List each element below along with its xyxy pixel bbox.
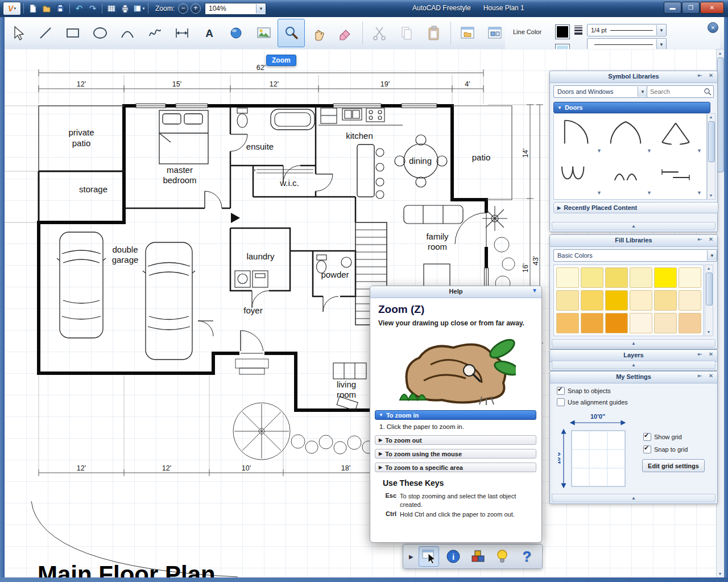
table-button[interactable] [105, 2, 118, 15]
fill-swatch[interactable] [654, 313, 677, 333]
edit-grid-settings-button[interactable]: Edit grid settings [642, 459, 705, 472]
close-panel-icon[interactable]: ✕ [706, 236, 715, 245]
info-button[interactable]: i [444, 547, 464, 566]
door-symbol-bifold-door[interactable]: ▼ [555, 157, 603, 197]
callout-tool[interactable] [223, 19, 250, 47]
options-close-icon[interactable]: ✕ [708, 22, 718, 33]
fill-swatch[interactable] [654, 290, 677, 311]
pan-tool[interactable] [305, 19, 332, 47]
cursor-help-button[interactable] [419, 546, 439, 567]
scroll-down-icon[interactable]: ▼ [708, 192, 714, 199]
scroll-down-icon[interactable]: ▼ [705, 329, 712, 336]
doors-scrollbar[interactable]: ▲ ▼ [707, 113, 715, 200]
fill-swatch[interactable] [630, 267, 652, 288]
app-menu-button[interactable]: V▾ [3, 2, 21, 15]
help-header[interactable]: Help ▼ [370, 286, 541, 298]
search-input[interactable] [647, 88, 704, 96]
collapse-panel-icon[interactable]: ⇤ [696, 373, 705, 381]
chevron-down-icon[interactable]: ▼ [638, 86, 647, 97]
zoom-level-combo[interactable]: 104% ▼ [205, 3, 266, 15]
chevron-down-icon[interactable]: ▼ [530, 287, 539, 296]
show-grid-checkbox[interactable]: Show grid [643, 433, 682, 441]
fill-swatch[interactable] [605, 290, 628, 311]
zoom-in-button[interactable]: + [191, 3, 201, 14]
open-button[interactable] [40, 2, 53, 15]
panel-header[interactable]: Symbol Libraries ⇤ ✕ [550, 71, 717, 83]
chevron-down-icon[interactable]: ▼ [647, 190, 652, 196]
door-symbol-single-door[interactable]: ▼ [555, 115, 603, 155]
scroll-up-icon[interactable]: ▲ [708, 114, 714, 121]
scroll-down-icon[interactable]: ▼ [717, 571, 723, 577]
symbols-button[interactable] [468, 547, 487, 566]
fill-swatch[interactable] [605, 267, 628, 288]
recently-placed-section-header[interactable]: ▶ Recently Placed Content [553, 202, 718, 213]
panel-scroll-up[interactable]: ▲ [552, 222, 715, 230]
line-width-combo[interactable]: 1/4 pt ▼ [587, 24, 667, 36]
chevron-down-icon[interactable]: ▼ [597, 190, 602, 196]
symbol-library-panel-button[interactable] [454, 19, 481, 47]
fill-swatch[interactable] [679, 290, 701, 311]
snap-to-objects-checkbox[interactable]: Snap to objects [557, 387, 611, 395]
redo-button[interactable]: ↷ [86, 2, 99, 15]
close-button[interactable]: ✕ [700, 2, 724, 14]
accordion-to-zoom-in[interactable]: ▼ To zoom in [375, 410, 536, 420]
fill-scrollbar[interactable]: ▲ ▼ [705, 265, 713, 336]
panel-scroll-up[interactable]: ▲ [552, 339, 715, 348]
door-symbol-double-door[interactable]: ▼ [605, 115, 653, 155]
close-panel-icon[interactable]: ✕ [706, 351, 715, 360]
scroll-up-icon[interactable]: ▲ [705, 265, 712, 272]
rectangle-tool[interactable] [59, 19, 86, 47]
fill-swatch[interactable] [556, 313, 579, 333]
search-icon[interactable] [704, 88, 712, 96]
line-tool[interactable] [32, 19, 59, 47]
panel-scroll-up[interactable]: ▲ [552, 361, 715, 369]
eraser-tool[interactable] [332, 19, 359, 47]
close-panel-icon[interactable]: ✕ [706, 373, 715, 381]
copy-button[interactable] [393, 19, 420, 47]
fill-swatch[interactable] [605, 313, 628, 333]
question-help-button[interactable]: ? [517, 547, 536, 566]
circle-tool[interactable] [86, 19, 114, 47]
print-button[interactable] [119, 2, 131, 15]
symbol-library-combo[interactable]: Doors and Windows ▼ [553, 85, 648, 98]
maximize-button[interactable]: ❐ [682, 2, 700, 14]
fill-swatch[interactable] [654, 267, 677, 288]
panel-header[interactable]: Fill Libraries ⇤ ✕ [550, 235, 717, 247]
new-document-button[interactable] [27, 2, 39, 15]
collapse-panel-icon[interactable]: ⇤ [696, 236, 705, 245]
chevron-down-icon[interactable]: ▼ [656, 25, 666, 35]
fill-swatch[interactable] [556, 267, 579, 288]
paste-button[interactable] [420, 19, 448, 47]
scroll-up-icon[interactable]: ▲ [717, 50, 723, 57]
chevron-down-icon[interactable]: ▼ [256, 4, 266, 14]
panel-scroll-up[interactable]: ▲ [552, 494, 715, 502]
flyout-arrow-icon[interactable]: ▶ [409, 554, 413, 560]
select-tool[interactable] [5, 19, 32, 47]
snap-to-grid-checkbox[interactable]: Snap to grid [643, 445, 688, 453]
collapse-panel-icon[interactable]: ⇤ [696, 72, 705, 81]
image-tool[interactable] [250, 19, 278, 47]
fill-library-combo[interactable]: Basic Colors ▼ [553, 249, 717, 262]
close-panel-icon[interactable]: ✕ [706, 72, 715, 81]
line-color-swatch[interactable] [555, 24, 570, 39]
dimension-tool[interactable] [168, 19, 196, 47]
chevron-down-icon[interactable]: ▼ [707, 250, 717, 261]
zoom-tool[interactable] [278, 19, 305, 47]
fill-swatch[interactable] [679, 267, 701, 288]
collapse-panel-icon[interactable]: ⇤ [696, 351, 705, 360]
chevron-down-icon[interactable]: ▼ [647, 148, 652, 154]
accordion-zoom-mouse[interactable]: ▶ To zoom using the mouse [375, 449, 536, 459]
chevron-down-icon[interactable]: ▼ [656, 39, 666, 49]
undo-button[interactable]: ↶ [73, 2, 85, 15]
accordion-to-zoom-out[interactable]: ▶ To zoom out [375, 435, 536, 445]
panels-menu-button[interactable]: ▾ [133, 2, 145, 15]
chevron-down-icon[interactable]: ▼ [697, 190, 702, 196]
content-panel-button[interactable] [481, 19, 508, 47]
fill-swatch[interactable] [581, 267, 603, 288]
sketch-tool[interactable] [141, 19, 168, 47]
fill-swatch[interactable] [556, 290, 579, 311]
chevron-down-icon[interactable]: ▼ [597, 148, 602, 154]
door-symbol-sliding-door[interactable]: ▼ [655, 157, 703, 197]
text-tool[interactable]: A [196, 19, 223, 47]
fill-swatch[interactable] [581, 313, 603, 333]
